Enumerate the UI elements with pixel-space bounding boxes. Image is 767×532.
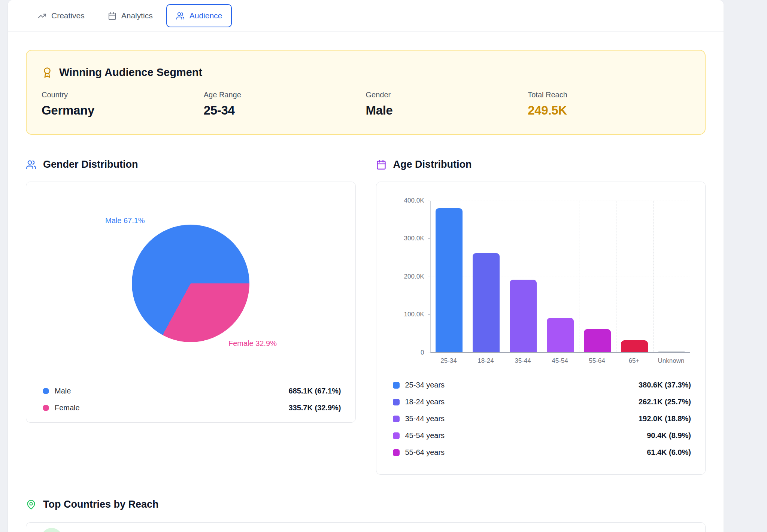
tab-analytics[interactable]: Analytics	[98, 4, 163, 27]
gender-legend: Male 685.1K (67.1%) Female 335.7K (32.9%…	[26, 383, 355, 416]
tab-audience[interactable]: Audience	[166, 4, 232, 27]
tab-bar: Creatives Analytics Audience	[8, 0, 724, 32]
pie-label-male: Male 67.1%	[105, 216, 145, 225]
bar-unknown	[658, 352, 685, 352]
tab-creatives[interactable]: Creatives	[28, 4, 94, 27]
legend-value: 335.7K (32.9%)	[288, 404, 341, 412]
axis-tick	[428, 353, 430, 353]
plot-area	[430, 201, 690, 353]
calendar-icon	[376, 159, 386, 170]
y-axis-label: 400.0K	[376, 197, 424, 204]
gender-chart-card: Male 67.1% Female 32.9% Male 685.1K (67.…	[26, 182, 356, 423]
charts-row: Gender Distribution Male 67.1% Female 32…	[26, 159, 706, 475]
legend-label: Female	[55, 404, 80, 412]
axis-tick	[428, 238, 430, 239]
field-age-range: Age Range 25-34	[204, 91, 366, 118]
legend-value: 380.6K (37.3%)	[639, 381, 691, 389]
age-section-header: Age Distribution	[376, 159, 706, 170]
winning-segment-title: Winning Audience Segment	[59, 66, 202, 79]
legend-swatch	[393, 382, 400, 389]
legend-dot	[43, 388, 49, 394]
field-value: Male	[366, 103, 528, 118]
field-value: 25-34	[204, 103, 366, 118]
map-pin-icon	[26, 499, 36, 510]
field-value-highlight: 249.5K	[528, 103, 690, 118]
legend-value: 90.4K (8.9%)	[647, 431, 691, 440]
age-distribution-section: Age Distribution 400.0K 300.0K 200.0K 10…	[376, 159, 706, 475]
x-axis-label: 65+	[616, 357, 653, 365]
legend-value: 61.4K (6.0%)	[647, 448, 691, 457]
legend-label: Male	[55, 387, 71, 395]
age-bar-chart: 400.0K 300.0K 200.0K 100.0K 0	[376, 182, 706, 374]
legend-row-35-44: 35-44 years 192.0K (18.8%)	[393, 410, 691, 427]
legend-label: 25-34 years	[405, 381, 445, 389]
field-label: Country	[42, 91, 204, 99]
main-content: Winning Audience Segment Country Germany…	[8, 50, 724, 532]
x-axis-label: 25-34	[430, 357, 467, 365]
x-axis-label: Unknown	[653, 357, 690, 365]
field-total-reach: Total Reach 249.5K	[528, 91, 690, 118]
winning-segment-card: Winning Audience Segment Country Germany…	[26, 50, 706, 135]
x-axis-label: 18-24	[467, 357, 504, 365]
legend-value: 685.1K (67.1%)	[288, 387, 341, 395]
age-section-title: Age Distribution	[393, 159, 472, 170]
legend-label: 55-64 years	[405, 448, 445, 457]
field-label: Age Range	[204, 91, 366, 99]
legend-value: 192.0K (18.8%)	[639, 414, 691, 423]
field-label: Gender	[366, 91, 528, 99]
axis-tick	[428, 314, 430, 315]
award-medal-icon	[42, 67, 53, 78]
field-country: Country Germany	[42, 91, 204, 118]
bar-35-44	[510, 280, 537, 352]
x-axis-label: 45-54	[542, 357, 579, 365]
legend-dot	[43, 405, 49, 411]
legend-row-25-34: 25-34 years 380.6K (37.3%)	[393, 377, 691, 393]
gender-distribution-section: Gender Distribution Male 67.1% Female 32…	[26, 159, 356, 423]
legend-swatch	[393, 432, 400, 439]
country-flag-circle	[41, 528, 62, 532]
axis-tick	[428, 201, 430, 201]
bar-18-24	[473, 253, 500, 352]
bar-25-34	[436, 208, 463, 352]
legend-swatch	[393, 416, 400, 422]
legend-row-18-24: 18-24 years 262.1K (25.7%)	[393, 393, 691, 410]
trending-up-icon	[38, 12, 46, 20]
field-label: Total Reach	[528, 91, 690, 99]
legend-row-male: Male 685.1K (67.1%)	[43, 383, 341, 399]
legend-row-55-64: 55-64 years 61.4K (6.0%)	[393, 444, 691, 461]
legend-swatch	[393, 399, 400, 405]
legend-label: 18-24 years	[405, 398, 445, 406]
legend-row-45-54: 45-54 years 90.4K (8.9%)	[393, 427, 691, 444]
users-icon	[176, 12, 185, 20]
winning-segment-fields: Country Germany Age Range 25-34 Gender M…	[42, 91, 690, 118]
pie-label-female: Female 32.9%	[228, 339, 277, 348]
y-axis-label: 300.0K	[376, 235, 424, 242]
x-axis-label: 55-64	[579, 357, 616, 365]
legend-swatch	[393, 449, 400, 456]
calendar-icon	[108, 12, 116, 20]
gender-pie-area: Male 67.1% Female 32.9%	[26, 182, 355, 383]
axis-tick	[428, 277, 430, 277]
tab-label: Creatives	[51, 11, 85, 20]
y-axis-label: 200.0K	[376, 273, 424, 280]
tab-label: Analytics	[121, 11, 153, 20]
bar-45-54	[547, 318, 574, 352]
gender-section-title: Gender Distribution	[43, 159, 138, 170]
age-legend: 25-34 years 380.6K (37.3%) 18-24 years 2…	[376, 377, 706, 461]
bar-55-64	[584, 329, 611, 352]
app-window: Creatives Analytics Audience Winning Aud…	[8, 0, 724, 532]
x-axis-label: 35-44	[504, 357, 542, 365]
gender-pie-chart	[132, 225, 249, 342]
y-axis-label: 100.0K	[376, 311, 424, 318]
bar-65-plus	[621, 340, 648, 352]
tab-label: Audience	[190, 11, 222, 20]
winning-segment-header: Winning Audience Segment	[42, 66, 690, 79]
legend-row-female: Female 335.7K (32.9%)	[43, 399, 341, 416]
top-countries-card	[26, 522, 706, 532]
countries-section-title: Top Countries by Reach	[43, 499, 159, 510]
legend-label: 45-54 years	[405, 431, 445, 440]
field-gender: Gender Male	[366, 91, 528, 118]
field-value: Germany	[42, 103, 204, 118]
y-axis-label: 0	[376, 349, 424, 356]
countries-section-header: Top Countries by Reach	[26, 499, 706, 510]
